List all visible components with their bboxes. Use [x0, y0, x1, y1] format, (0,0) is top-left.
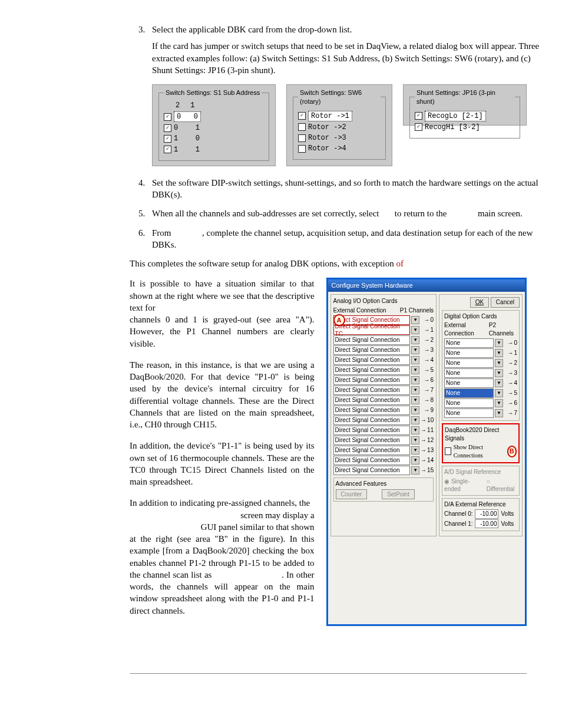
panel1-row1[interactable]: 0 1 [164, 123, 264, 133]
channel-number: 15 [421, 466, 434, 475]
ad-reference-group: A/D Signal Reference ◉ Single-ended ○ Di… [442, 466, 520, 496]
chevron-down-icon[interactable]: ▼ [411, 456, 419, 465]
channel-select[interactable]: Direct Signal Connection [333, 375, 411, 385]
digital-select[interactable]: None [444, 338, 494, 348]
step3-text: Select the applicable DBK card from the … [152, 25, 352, 34]
channel-select[interactable]: Direct Signal Connection TC [333, 325, 411, 335]
checkbox-icon[interactable] [298, 123, 306, 131]
channel-select[interactable]: Direct Signal Connection [333, 355, 411, 365]
ch1-value[interactable]: -10.00 [475, 519, 498, 529]
channel-number: 4 [504, 379, 517, 387]
volts0: Volts [501, 510, 514, 518]
channel-number: 13 [421, 446, 434, 454]
p2r0: Rotor ->1 [308, 111, 352, 121]
panel1-row3[interactable]: 1 1 [164, 145, 264, 154]
setpoint-button[interactable]: SetPoint [382, 489, 415, 500]
analog-channel-row: Direct Signal Connection▼8 [333, 396, 434, 405]
chevron-down-icon[interactable]: ▼ [411, 466, 419, 475]
checkbox-icon[interactable] [298, 112, 306, 120]
channel-select[interactable]: Direct Signal Connection [333, 436, 411, 445]
digital-select[interactable]: None [444, 368, 494, 378]
analog-option-cards-group: Analog I/O Option Cards External Connect… [330, 294, 437, 536]
counter-button[interactable]: Counter [336, 489, 368, 500]
analog-channel-row: Direct Signal Connection▼14 [333, 456, 434, 465]
channel-select[interactable]: Direct Signal Connection [333, 386, 411, 395]
panel3-row1[interactable]: RecogHi [3-2] [415, 123, 515, 132]
configure-hardware-dialog: Configure System Hardware Analog I/O Opt… [326, 278, 527, 626]
checkbox-icon[interactable] [164, 113, 171, 121]
ch0-value[interactable]: -10.00 [475, 509, 498, 519]
panel-s1-sub-address: Switch Settings: S1 Sub Address 2 1 0 0 … [152, 84, 276, 166]
chevron-down-icon[interactable]: ▼ [495, 379, 503, 387]
channel-select[interactable]: Direct Signal Connection [333, 396, 411, 405]
ad-group-label: A/D Signal Reference [444, 468, 517, 476]
chevron-down-icon[interactable]: ▼ [411, 346, 419, 354]
chevron-down-icon[interactable]: ▼ [411, 426, 419, 434]
chevron-down-icon[interactable]: ▼ [411, 336, 419, 344]
p1r2b: 0 [196, 134, 200, 143]
checkbox-icon[interactable] [164, 124, 171, 132]
chevron-down-icon[interactable]: ▼ [411, 406, 419, 414]
panel3-row0[interactable]: RecogLo [2-1] [415, 111, 515, 121]
panel2-row1[interactable]: Rotor ->2 [298, 123, 381, 132]
p2r2: Rotor ->3 [308, 133, 346, 143]
channel-select[interactable]: Direct Signal Connection [333, 345, 411, 355]
digital-channel-row: None▼3 [444, 368, 517, 378]
channel-select[interactable]: Direct Signal Connection [333, 456, 411, 465]
chevron-down-icon[interactable]: ▼ [411, 416, 419, 424]
channel-select[interactable]: Direct Signal Connection [333, 365, 411, 375]
chevron-down-icon[interactable]: ▼ [495, 339, 503, 347]
show-direct-checkbox[interactable] [445, 447, 451, 455]
digital-select[interactable]: None [444, 348, 494, 358]
digital-select[interactable]: None [444, 358, 494, 368]
ok-button[interactable]: OK [470, 297, 489, 308]
chevron-down-icon[interactable]: ▼ [495, 409, 503, 417]
marker-b: B [507, 446, 517, 457]
settings-examples-row: Switch Settings: S1 Sub Address 2 1 0 0 … [152, 84, 544, 166]
chevron-down-icon[interactable]: ▼ [411, 376, 419, 384]
chevron-down-icon[interactable]: ▼ [495, 369, 503, 377]
channel-number: 6 [421, 376, 434, 384]
analog-channel-row: Direct Signal Connection▼4 [333, 355, 434, 365]
chevron-down-icon[interactable]: ▼ [411, 326, 419, 334]
panel2-row3[interactable]: Rotor ->4 [298, 144, 381, 153]
checkbox-icon[interactable] [415, 112, 422, 120]
channel-select[interactable]: Direct Signal Connection [333, 406, 411, 415]
direct-signals-group: DaqBook2020 Direct Signals Show Direct C… [442, 423, 520, 463]
chevron-down-icon[interactable]: ▼ [495, 389, 503, 397]
chevron-down-icon[interactable]: ▼ [411, 366, 419, 374]
adv-label: Advanced Features [336, 480, 432, 488]
step6b: , complete the channel setup, acquisitio… [152, 228, 533, 249]
chevron-down-icon[interactable]: ▼ [411, 386, 419, 394]
panel2-row0[interactable]: Rotor ->1 [298, 111, 381, 121]
channel-select[interactable]: Direct Signal Connection [333, 426, 411, 435]
checkbox-icon[interactable] [164, 146, 171, 153]
channel-number: 7 [504, 409, 517, 417]
checkbox-icon[interactable] [298, 134, 306, 142]
chevron-down-icon[interactable]: ▼ [411, 396, 419, 404]
checkbox-icon[interactable] [164, 135, 171, 143]
channel-select[interactable]: Direct Signal Connection [333, 335, 411, 345]
digital-select[interactable]: None [444, 378, 494, 388]
chevron-down-icon[interactable]: ▼ [411, 356, 419, 364]
digital-select[interactable]: None [444, 398, 494, 408]
chevron-down-icon[interactable]: ▼ [411, 436, 419, 444]
digital-select[interactable]: None [444, 388, 494, 398]
checkbox-icon[interactable] [298, 145, 306, 153]
digital-select[interactable]: None [444, 409, 494, 418]
analog-channel-row: Direct Signal Connection▼3 [333, 345, 434, 355]
checkbox-icon[interactable] [415, 123, 422, 131]
chevron-down-icon[interactable]: ▼ [495, 399, 503, 407]
channel-select[interactable]: Direct Signal Connection [333, 466, 411, 475]
cancel-button[interactable]: Cancel [491, 297, 520, 308]
chevron-down-icon[interactable]: ▼ [495, 359, 503, 367]
panel2-row2[interactable]: Rotor ->3 [298, 133, 381, 143]
panel1-row0[interactable]: 0 0 [164, 111, 264, 122]
chevron-down-icon[interactable]: ▼ [411, 316, 419, 324]
chevron-down-icon[interactable]: ▼ [495, 349, 503, 357]
channel-select[interactable]: Direct Signal Connection [333, 446, 411, 455]
chevron-down-icon[interactable]: ▼ [411, 446, 419, 454]
channel-number: 0 [504, 339, 517, 347]
channel-select[interactable]: Direct Signal Connection [333, 416, 411, 425]
panel1-row2[interactable]: 1 0 [164, 134, 264, 143]
